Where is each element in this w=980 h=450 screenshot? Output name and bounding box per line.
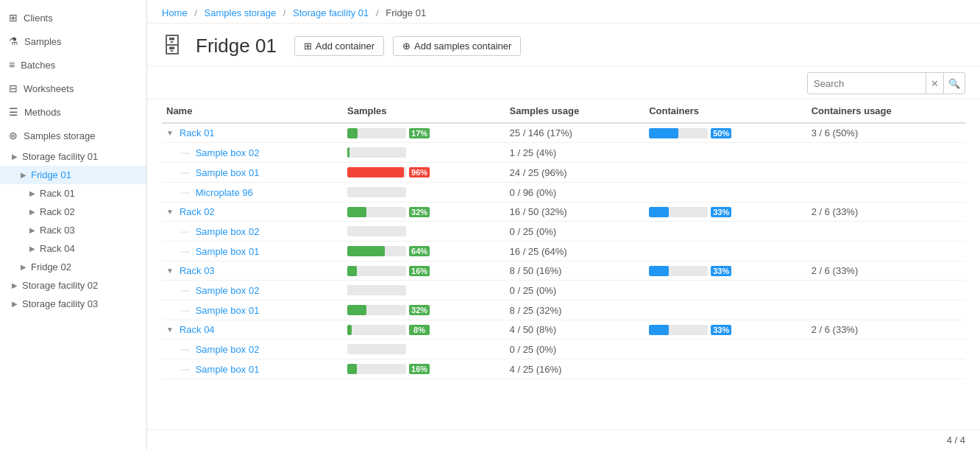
child-containers-cell-0-0 xyxy=(645,143,807,163)
child-samples-usage-1-0: 0 / 25 (0%) xyxy=(505,222,645,242)
child-containers-cell-1-0 xyxy=(645,222,807,242)
rack-samples-label-2: 16% xyxy=(409,266,430,276)
tree-label-rack-04: Rack 04 xyxy=(40,243,75,254)
child-samples-usage-1-1: 16 / 25 (64%) xyxy=(505,242,645,261)
col-samples: Samples xyxy=(343,99,505,123)
tree-item-storage-03[interactable]: ▶Storage facility 03 xyxy=(0,295,146,313)
table-row-child-2-0: ··· Sample box 02 0 / 25 (0%) xyxy=(162,281,965,300)
child-dots-2-1: ··· xyxy=(181,304,190,316)
child-containers-cell-3-1 xyxy=(645,359,807,379)
tree-label-storage-03: Storage facility 03 xyxy=(22,298,98,309)
rack-containers-label-2: 33% xyxy=(711,266,731,276)
breadcrumb-home[interactable]: Home xyxy=(162,7,188,18)
rack-samples-bar-bg-2 xyxy=(347,266,406,276)
rack-samples-label-3: 8% xyxy=(409,325,430,335)
rack-name-cell-0: ▼ Rack 01 xyxy=(162,123,343,143)
table-row-child-3-0: ··· Sample box 02 0 / 25 (0%) xyxy=(162,340,965,359)
breadcrumb-sep-3: / xyxy=(376,7,379,18)
child-link-0-2[interactable]: Microplate 96 xyxy=(196,187,253,198)
child-dots-1-1: ··· xyxy=(181,245,190,257)
rack-containers-bar-fill-2 xyxy=(649,266,668,276)
child-name-cell-3-1: ··· Sample box 01 xyxy=(162,359,343,379)
tree-item-storage-01[interactable]: ▶Storage facility 01 xyxy=(0,147,146,166)
tree-item-storage-02[interactable]: ▶Storage facility 02 xyxy=(0,276,146,295)
sidebar-tree: ▶Storage facility 01▶Fridge 01▶Rack 01▶R… xyxy=(0,147,146,313)
rack-expand-1[interactable]: ▼ xyxy=(166,208,174,216)
rack-samples-cell-1: 32% xyxy=(343,203,505,222)
child-dots-0-1: ··· xyxy=(181,166,190,178)
rack-expand-3[interactable]: ▼ xyxy=(166,326,174,334)
rack-samples-usage-2: 8 / 50 (16%) xyxy=(505,261,645,281)
rack-link-2[interactable]: Rack 03 xyxy=(180,265,215,276)
child-link-2-1[interactable]: Sample box 01 xyxy=(196,305,260,316)
tree-item-rack-02[interactable]: ▶Rack 02 xyxy=(0,203,146,221)
child-dots-0-2: ··· xyxy=(181,186,190,198)
child-containers-usage-0-1 xyxy=(807,163,965,183)
child-link-3-0[interactable]: Sample box 02 xyxy=(196,344,260,355)
main-content: Home / Samples storage / Storage facilit… xyxy=(147,0,980,450)
child-dots-3-1: ··· xyxy=(181,363,190,375)
rack-containers-label-1: 33% xyxy=(711,207,731,217)
samples_storage-icon: ⊛ xyxy=(9,130,18,141)
rack-containers-bar-bg-2 xyxy=(649,266,708,276)
rack-expand-2[interactable]: ▼ xyxy=(166,267,174,275)
rack-samples-bar-bg-0 xyxy=(347,128,406,138)
sidebar-item-clients[interactable]: ⊞Clients xyxy=(0,6,146,29)
child-dots-1-0: ··· xyxy=(181,225,190,237)
add-samples-container-button[interactable]: ⊕ Add samples container xyxy=(393,36,521,56)
child-samples-bar-fill-0-0 xyxy=(347,147,349,158)
search-go-button[interactable]: 🔍 xyxy=(943,72,965,94)
page-header: 🗄 Fridge 01 ⊞ Add container ⊕ Add sample… xyxy=(147,24,980,66)
sidebar-item-samples_storage[interactable]: ⊛Samples storage xyxy=(0,124,146,147)
tree-item-fridge-01[interactable]: ▶Fridge 01 xyxy=(0,166,146,184)
col-samples-usage: Samples usage xyxy=(505,99,645,123)
tree-item-rack-03[interactable]: ▶Rack 03 xyxy=(0,221,146,239)
table-row-child-0-2: ··· Microplate 96 0 / 96 (0%) xyxy=(162,183,965,203)
table-body: ▼ Rack 01 17% 25 / 146 (17%) 5 xyxy=(162,123,965,379)
breadcrumb-storage-facility[interactable]: Storage facility 01 xyxy=(293,7,369,18)
sidebar-item-worksheets[interactable]: ⊟Worksheets xyxy=(0,77,146,100)
child-dots-2-0: ··· xyxy=(181,284,190,296)
child-samples-label-3-1: 16% xyxy=(409,364,430,374)
tree-item-fridge-02[interactable]: ▶Fridge 02 xyxy=(0,258,146,276)
add-container-button[interactable]: ⊞ Add container xyxy=(294,36,384,56)
child-link-1-0[interactable]: Sample box 02 xyxy=(196,226,260,237)
table-row-child-1-0: ··· Sample box 02 0 / 25 (0%) xyxy=(162,222,965,242)
child-link-3-1[interactable]: Sample box 01 xyxy=(196,364,260,375)
child-name-cell-2-1: ··· Sample box 01 xyxy=(162,300,343,320)
tree-item-rack-04[interactable]: ▶Rack 04 xyxy=(0,239,146,258)
add-samples-container-label: Add samples container xyxy=(414,41,511,52)
sidebar-label-samples: Samples xyxy=(24,36,138,47)
breadcrumb-samples-storage[interactable]: Samples storage xyxy=(205,7,277,18)
child-containers-usage-1-0 xyxy=(807,222,965,242)
child-link-0-1[interactable]: Sample box 01 xyxy=(196,167,260,178)
child-containers-usage-2-1 xyxy=(807,300,965,320)
sidebar-item-methods[interactable]: ☰Methods xyxy=(0,100,146,124)
child-link-1-1[interactable]: Sample box 01 xyxy=(196,246,260,257)
rack-link-1[interactable]: Rack 02 xyxy=(180,206,215,217)
child-containers-cell-2-0 xyxy=(645,281,807,300)
child-link-2-0[interactable]: Sample box 02 xyxy=(196,285,260,296)
tree-item-rack-01[interactable]: ▶Rack 01 xyxy=(0,184,146,203)
rack-link-3[interactable]: Rack 04 xyxy=(180,324,215,335)
rack-samples-cell-0: 17% xyxy=(343,123,505,143)
search-input[interactable] xyxy=(808,78,926,89)
rack-link-0[interactable]: Rack 01 xyxy=(180,127,215,138)
child-containers-cell-2-1 xyxy=(645,300,807,320)
sidebar-item-batches[interactable]: ≡Batches xyxy=(0,53,146,77)
rack-containers-bar-fill-0 xyxy=(649,128,678,138)
rack-containers-usage-1: 2 / 6 (33%) xyxy=(807,203,965,222)
child-samples-bar-bg-0-2 xyxy=(347,187,406,197)
tree-label-rack-02: Rack 02 xyxy=(40,206,75,217)
sidebar-item-samples[interactable]: ⚗Samples xyxy=(0,29,146,53)
pagination: 4 / 4 xyxy=(147,429,980,450)
table-row-child-0-0: ··· Sample box 02 1 / 25 (4%) xyxy=(162,143,965,163)
child-name-cell-0-0: ··· Sample box 02 xyxy=(162,143,343,163)
child-link-0-0[interactable]: Sample box 02 xyxy=(196,147,260,158)
search-clear-button[interactable]: ✕ xyxy=(926,72,943,94)
rack-name-cell-1: ▼ Rack 02 xyxy=(162,203,343,222)
child-samples-cell-0-0 xyxy=(343,143,505,163)
rack-expand-0[interactable]: ▼ xyxy=(166,129,174,137)
child-samples-bar-bg-1-1 xyxy=(347,246,406,256)
rack-containers-label-0: 50% xyxy=(711,128,731,138)
